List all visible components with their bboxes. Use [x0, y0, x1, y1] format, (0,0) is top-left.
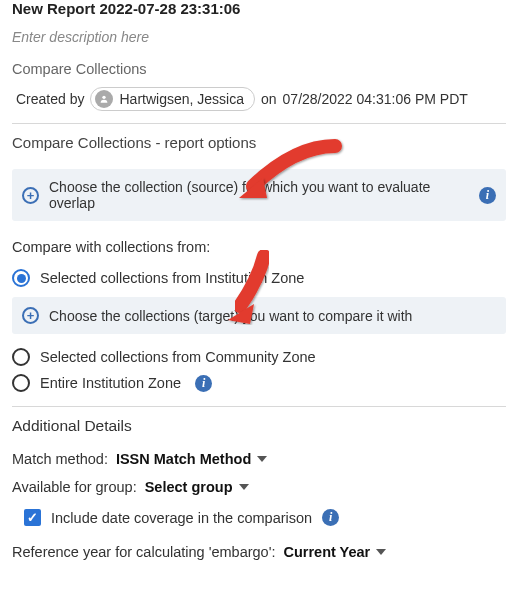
user-name: Hartwigsen, Jessica	[119, 91, 244, 107]
user-chip[interactable]: Hartwigsen, Jessica	[90, 87, 255, 111]
radio-icon	[12, 374, 30, 392]
compare-from-label: Compare with collections from:	[12, 239, 506, 255]
reference-year-select[interactable]: Current Year	[283, 544, 386, 560]
info-icon[interactable]: i	[195, 375, 212, 392]
created-by-row: Created by Hartwigsen, Jessica on 07/28/…	[12, 85, 506, 121]
choose-source-text: Choose the collection (source) for which…	[49, 179, 469, 211]
available-group-label: Available for group:	[12, 479, 137, 495]
report-options-heading: Compare Collections - report options	[12, 134, 506, 151]
chevron-down-icon	[376, 549, 386, 555]
reference-year-row: Reference year for calculating 'embargo'…	[12, 544, 506, 560]
created-timestamp: 07/28/2022 04:31:06 PM PDT	[283, 91, 468, 107]
radio-institution-zone[interactable]: Selected collections from Institution Zo…	[12, 265, 506, 291]
radio-label: Entire Institution Zone	[40, 375, 181, 391]
created-by-label: Created by	[16, 91, 84, 107]
include-date-label: Include date coverage in the comparison	[51, 510, 312, 526]
checkbox-checked-icon: ✓	[24, 509, 41, 526]
description-input[interactable]	[12, 27, 506, 47]
match-method-label: Match method:	[12, 451, 108, 467]
add-icon: +	[22, 187, 39, 204]
divider	[12, 406, 506, 407]
match-method-value: ISSN Match Method	[116, 451, 251, 467]
available-group-value: Select group	[145, 479, 233, 495]
radio-label: Selected collections from Institution Zo…	[40, 270, 304, 286]
additional-details-heading: Additional Details	[12, 417, 506, 435]
radio-icon	[12, 269, 30, 287]
add-icon: +	[22, 307, 39, 324]
choose-source-bar[interactable]: + Choose the collection (source) for whi…	[12, 169, 506, 221]
info-icon[interactable]: i	[322, 509, 339, 526]
compare-collections-label: Compare Collections	[12, 61, 506, 77]
choose-target-bar[interactable]: + Choose the collections (target) you wa…	[12, 297, 506, 334]
available-group-select[interactable]: Select group	[145, 479, 249, 495]
divider	[12, 123, 506, 124]
match-method-select[interactable]: ISSN Match Method	[116, 451, 267, 467]
radio-icon	[12, 348, 30, 366]
radio-label: Selected collections from Community Zone	[40, 349, 316, 365]
chevron-down-icon	[239, 484, 249, 490]
chevron-down-icon	[257, 456, 267, 462]
available-group-row: Available for group: Select group	[12, 479, 506, 495]
match-method-row: Match method: ISSN Match Method	[12, 451, 506, 467]
info-icon[interactable]: i	[479, 187, 496, 204]
choose-target-text: Choose the collections (target) you want…	[49, 308, 496, 324]
svg-point-0	[103, 96, 106, 99]
radio-community-zone[interactable]: Selected collections from Community Zone	[12, 344, 506, 370]
user-avatar-icon	[95, 90, 113, 108]
include-date-row[interactable]: ✓ Include date coverage in the compariso…	[24, 509, 506, 526]
reference-year-label: Reference year for calculating 'embargo'…	[12, 544, 275, 560]
created-on-label: on	[261, 91, 277, 107]
report-title: New Report 2022-07-28 23:31:06	[12, 0, 506, 17]
reference-year-value: Current Year	[283, 544, 370, 560]
radio-entire-institution[interactable]: Entire Institution Zone i	[12, 370, 506, 396]
